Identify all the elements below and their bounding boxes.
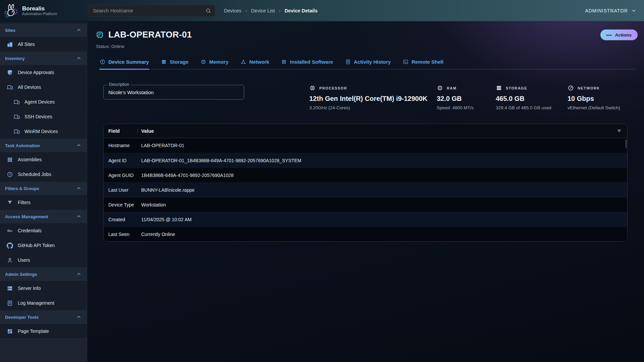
- filter-list-icon[interactable]: [616, 128, 627, 134]
- sidebar-item-server-info[interactable]: Server Info: [0, 281, 87, 296]
- terminal-icon: [403, 59, 409, 65]
- table-row[interactable]: Last Seen Currently Online: [104, 227, 627, 241]
- actions-button-label: Actions: [615, 33, 632, 38]
- chevron-up-icon: [76, 27, 82, 33]
- buildings-icon: [7, 41, 13, 48]
- sidebar: Sites All Sites Inventory Device Approva…: [0, 21, 87, 362]
- table-scrollbar[interactable]: [626, 139, 627, 148]
- description-input[interactable]: [103, 85, 244, 100]
- column-header-field[interactable]: Field: [104, 128, 138, 134]
- table-row[interactable]: Hostname LAB-OPERATOR-01: [104, 138, 627, 153]
- value-cell: BUNNY-LAB\nicole.rappe: [138, 187, 611, 193]
- sidebar-item-device-approvals[interactable]: Device Approvals: [0, 65, 87, 80]
- breadcrumb-device-list[interactable]: Device List: [251, 8, 275, 13]
- table-row[interactable]: Device Type Workstation: [104, 197, 627, 212]
- field-cell: Agent GUID: [104, 173, 138, 178]
- stat-value: 10 Gbps: [568, 95, 630, 103]
- field-cell: Device Type: [104, 202, 138, 207]
- value-cell: Currently Online: [138, 232, 611, 237]
- sidebar-item-all-devices[interactable]: All Devices: [0, 80, 87, 95]
- sidebar-item-ssh-devices[interactable]: SSH Devices: [0, 109, 87, 124]
- actions-button[interactable]: ••• Actions: [600, 29, 638, 40]
- section-label: Sites: [5, 28, 76, 33]
- sidebar-item-filters[interactable]: Filters: [0, 195, 87, 210]
- column-header-value[interactable]: Value: [138, 128, 611, 134]
- sidebar-section-access-management[interactable]: Access Management: [0, 210, 87, 223]
- tab-remote-shell[interactable]: Remote Shell: [402, 58, 444, 69]
- tab-network[interactable]: Network: [240, 58, 269, 69]
- search-input[interactable]: [88, 5, 215, 17]
- sidebar-item-page-template[interactable]: Page Template: [0, 324, 87, 339]
- sidebar-item-label: All Devices: [18, 84, 41, 90]
- sidebar-item-label: Server Info: [18, 286, 41, 291]
- table-row[interactable]: Agent GUID 1B4B386B-649A-4701-9892-20576…: [104, 168, 627, 182]
- sidebar-item-label: All Sites: [18, 42, 35, 47]
- breadcrumb-devices[interactable]: Devices: [224, 8, 241, 13]
- sidebar-section-task-automation[interactable]: Task Automation: [0, 139, 87, 152]
- sidebar-item-all-sites[interactable]: All Sites: [0, 37, 87, 52]
- stat-label: RAM: [447, 86, 457, 90]
- tab-memory[interactable]: Memory: [200, 58, 229, 69]
- sidebar-item-users[interactable]: Users: [0, 253, 87, 267]
- network-hub-icon: [240, 59, 246, 65]
- sidebar-item-label: Filters: [18, 200, 31, 205]
- cpu-icon: [309, 85, 316, 91]
- tab-label: Storage: [170, 59, 189, 65]
- sidebar-section-developer-tools[interactable]: Developer Tools: [0, 310, 87, 324]
- stat-processor: PROCESSOR 12th Gen Intel(R) Core(TM) i9-…: [309, 85, 437, 110]
- sidebar-item-label: Device Approvals: [18, 70, 54, 75]
- sidebar-item-assemblies[interactable]: Assemblies: [0, 152, 87, 167]
- storage-icon: [496, 85, 502, 91]
- ellipsis-icon: •••: [606, 33, 612, 38]
- stat-label: NETWORK: [578, 86, 600, 90]
- breadcrumb: Devices › Device List › Device Details: [224, 8, 318, 13]
- sidebar-item-log-management[interactable]: Log Management: [0, 296, 87, 310]
- table-row[interactable]: Agent ID LAB-OPERATOR-01_1B4B386B-649A-4…: [104, 153, 627, 168]
- sidebar-section-filters-groups[interactable]: Filters & Groups: [0, 182, 87, 195]
- sidebar-item-label: Log Management: [18, 300, 54, 306]
- user-menu[interactable]: ADMINISTRATOR: [585, 8, 637, 13]
- sidebar-section-inventory[interactable]: Inventory: [0, 52, 87, 65]
- tab-activity-history[interactable]: Activity History: [345, 58, 391, 69]
- tab-installed-software[interactable]: Installed Software: [281, 58, 333, 69]
- stat-ram: RAM 32.0 GB Speed: 4800 MT/s: [437, 85, 496, 110]
- stat-label: STORAGE: [506, 86, 527, 90]
- storage-bars-icon: [161, 59, 167, 65]
- table-row[interactable]: Created 11/04/2025 @ 10:02 AM: [104, 212, 627, 227]
- status-badge: Status: Online: [96, 44, 192, 49]
- sidebar-section-admin-settings[interactable]: Admin Settings: [0, 267, 87, 281]
- section-label: Developer Tools: [5, 315, 76, 320]
- sidebar-item-winrm-devices[interactable]: WinRM Devices: [0, 124, 87, 139]
- info-icon: [100, 59, 105, 65]
- brand-text: Borealis Automation Platform: [22, 5, 57, 16]
- sidebar-item-label: Credentials: [18, 228, 42, 233]
- field-cell: Last Seen: [104, 232, 138, 237]
- grid-icon: [7, 157, 13, 163]
- devices-icon: [13, 99, 20, 105]
- field-cell: Hostname: [104, 143, 138, 148]
- section-label: Task Automation: [5, 143, 76, 148]
- device-tabs: Device Summary Storage Memory Network: [99, 58, 636, 69]
- stat-network: NETWORK 10 Gbps vEthernet (Default Switc…: [568, 85, 630, 110]
- sidebar-item-github-api-token[interactable]: GitHub API Token: [0, 238, 87, 253]
- tab-device-summary[interactable]: Device Summary: [99, 58, 149, 69]
- sidebar-section-sites[interactable]: Sites: [0, 23, 87, 37]
- devices-icon: [7, 84, 13, 90]
- chevron-up-icon: [76, 214, 82, 219]
- value-cell: 1B4B386B-649A-4701-9892-2057690A1028: [138, 173, 611, 178]
- device-details-page: LAB-OPERATOR-01 Status: Online ••• Actio…: [87, 21, 644, 362]
- sidebar-item-credentials[interactable]: Credentials: [0, 223, 87, 238]
- table-row[interactable]: Last User BUNNY-LAB\nicole.rappe: [104, 182, 627, 197]
- chevron-up-icon: [76, 314, 82, 320]
- value-cell: 11/04/2025 @ 10:02 AM: [138, 217, 611, 222]
- field-cell: Last User: [104, 187, 138, 193]
- chevron-up-icon: [76, 272, 82, 277]
- field-cell: Created: [104, 217, 138, 222]
- brand-logo-block[interactable]: Borealis Automation Platform: [0, 3, 87, 18]
- tab-storage[interactable]: Storage: [161, 58, 189, 69]
- breadcrumb-device-details: Device Details: [285, 8, 318, 13]
- search-icon: [205, 8, 211, 14]
- sidebar-item-scheduled-jobs[interactable]: Scheduled Jobs: [0, 167, 87, 182]
- stat-label: PROCESSOR: [319, 86, 347, 90]
- sidebar-item-agent-devices[interactable]: Agent Devices: [0, 95, 87, 109]
